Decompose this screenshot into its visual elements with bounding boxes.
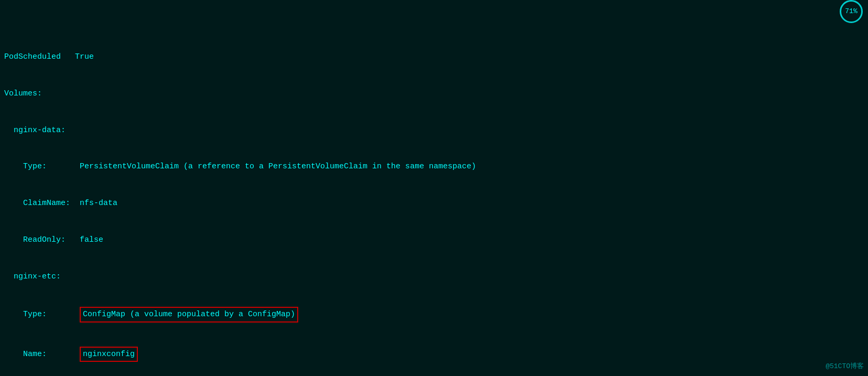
watermark: @51CTO博客	[826, 361, 864, 372]
progress-text: 71%	[845, 6, 857, 17]
line-readonly: ReadOnly: false	[4, 234, 864, 246]
line-nginx-etc: nginx-etc:	[4, 271, 864, 283]
line-claimname: ClaimName: nfs-data	[4, 197, 864, 209]
line-podscheduled: PodScheduled True	[4, 51, 864, 63]
line-type-configmap: Type: ConfigMap (a volume populated by a…	[4, 307, 864, 322]
line-type-pvc: Type: PersistentVolumeClaim (a reference…	[4, 160, 864, 173]
terminal-output: 71% PodScheduled True Volumes: nginx-dat…	[0, 0, 868, 376]
line-volumes: Volumes:	[4, 88, 864, 100]
highlight-nginxconfig: nginxconfig	[80, 347, 138, 362]
progress-badge: 71%	[840, 0, 863, 23]
highlight-configmap: ConfigMap (a volume populated by a Confi…	[80, 307, 298, 322]
line-name-nginxconfig: Name: nginxconfig	[4, 347, 864, 362]
line-nginx-data: nginx-data:	[4, 124, 864, 136]
